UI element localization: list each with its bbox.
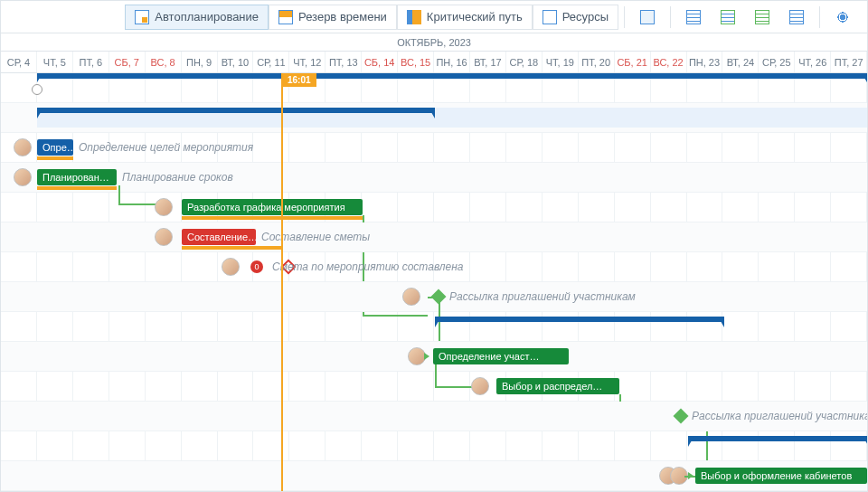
summary-row bbox=[1, 312, 867, 342]
task-bar[interactable]: Выбор и оформление кабинетов bbox=[695, 468, 867, 484]
day-cell[interactable]: ВТ, 17 bbox=[470, 52, 506, 72]
day-cell[interactable]: ЧТ, 5 bbox=[37, 52, 73, 72]
link bbox=[619, 394, 621, 402]
baseline bbox=[182, 246, 281, 250]
avatar[interactable] bbox=[471, 377, 489, 395]
day-cell[interactable]: ВТ, 10 bbox=[218, 52, 254, 72]
calendar-icon bbox=[721, 10, 735, 24]
zoom-1-button[interactable] bbox=[676, 5, 711, 30]
task-label: Рассылка приглашений участникам bbox=[692, 410, 867, 422]
auto-planning-button[interactable]: Автопланирование bbox=[125, 5, 269, 30]
filter-button[interactable] bbox=[630, 5, 665, 30]
day-cell[interactable]: СБ, 21 bbox=[615, 52, 651, 72]
day-scale: СР, 4ЧТ, 5ПТ, 6СБ, 7ВС, 8ПН, 9ВТ, 10СР, … bbox=[1, 52, 867, 73]
task-row: Выбор и оформление кабинетов bbox=[1, 461, 867, 491]
zoom-3-button[interactable] bbox=[745, 5, 779, 30]
task-row: 0 Смета по мероприятию составлена bbox=[1, 252, 867, 282]
avatar[interactable] bbox=[402, 288, 420, 306]
separator bbox=[819, 6, 820, 28]
day-cell[interactable]: ПТ, 27 bbox=[831, 52, 867, 72]
day-cell[interactable]: СБ, 7 bbox=[109, 52, 146, 72]
day-cell[interactable]: ПТ, 20 bbox=[579, 52, 615, 72]
task-bar[interactable]: Составление… bbox=[182, 229, 256, 245]
auto-label: Автопланирование bbox=[155, 10, 259, 24]
critical-path-button[interactable]: Критический путь bbox=[397, 5, 533, 30]
task-label: Рассылка приглашений участникам bbox=[449, 290, 636, 303]
task-label: Планирование сроков bbox=[122, 171, 233, 184]
resources-icon bbox=[542, 10, 557, 24]
task-row: Выбор и распредел… bbox=[1, 372, 867, 402]
baseline bbox=[37, 186, 117, 190]
day-cell[interactable]: ВС, 15 bbox=[398, 52, 434, 72]
avatar[interactable] bbox=[155, 198, 173, 216]
task-bar[interactable]: Разработка графика мероприятия bbox=[182, 199, 363, 215]
day-cell[interactable]: ПТ, 13 bbox=[326, 52, 362, 72]
summary-row bbox=[1, 103, 867, 133]
task-bar[interactable]: Опре… bbox=[37, 139, 73, 156]
task-row: Рассылка приглашений участникам bbox=[1, 402, 867, 431]
task-row: Рассылка приглашений участникам bbox=[1, 282, 867, 312]
auto-icon bbox=[135, 10, 149, 24]
warning-badge[interactable]: 0 bbox=[250, 260, 263, 273]
toolbar: Автопланирование Резерв времени Критичес… bbox=[1, 1, 867, 33]
phase-bar[interactable] bbox=[435, 317, 724, 322]
day-cell[interactable]: СБ, 14 bbox=[362, 52, 398, 72]
separator bbox=[624, 6, 625, 28]
day-cell[interactable]: ПН, 9 bbox=[182, 52, 218, 72]
task-bar[interactable]: Определение участ… bbox=[433, 348, 569, 364]
critical-icon bbox=[407, 10, 421, 24]
critical-label: Критический путь bbox=[427, 10, 523, 24]
day-cell[interactable]: ВТ, 24 bbox=[722, 52, 759, 72]
day-cell[interactable]: ВС, 22 bbox=[651, 52, 687, 72]
settings-button[interactable] bbox=[826, 5, 860, 30]
day-cell[interactable]: СР, 18 bbox=[506, 52, 542, 72]
phase-bar[interactable] bbox=[688, 436, 867, 441]
day-cell[interactable]: СР, 4 bbox=[1, 52, 37, 72]
task-label: Определение целей мероприятия bbox=[79, 141, 253, 154]
resources-label: Ресурсы bbox=[562, 10, 609, 24]
task-bar[interactable]: Планирован… bbox=[37, 169, 117, 185]
task-row: Составление… Составление сметы bbox=[1, 222, 867, 252]
month-header: ОКТЯБРЬ, 2023 bbox=[1, 33, 867, 52]
calendar-icon bbox=[686, 10, 701, 24]
settings-icon bbox=[835, 10, 850, 24]
slack-button[interactable]: Резерв времени bbox=[269, 5, 397, 30]
avatar[interactable] bbox=[408, 347, 426, 365]
day-cell[interactable]: ПТ, 6 bbox=[73, 52, 109, 72]
resources-button[interactable]: Ресурсы bbox=[533, 5, 618, 30]
calendar-icon bbox=[755, 10, 769, 24]
avatar[interactable] bbox=[14, 168, 32, 186]
task-row: Разработка графика мероприятия bbox=[1, 193, 867, 222]
link-arrow bbox=[424, 353, 429, 360]
baseline bbox=[37, 156, 73, 160]
task-row: Определение участ… bbox=[1, 342, 867, 372]
task-row: Планирован… Планирование сроков bbox=[1, 163, 867, 193]
zoom-4-button[interactable] bbox=[779, 5, 814, 30]
avatar[interactable] bbox=[155, 228, 173, 246]
rows: Опре… Определение целей мероприятия План… bbox=[1, 73, 867, 491]
day-cell[interactable]: ПН, 16 bbox=[434, 52, 470, 72]
now-indicator bbox=[281, 73, 283, 491]
hourglass-icon bbox=[278, 10, 293, 24]
avatar[interactable] bbox=[14, 138, 32, 156]
link bbox=[428, 297, 439, 298]
day-cell[interactable]: СР, 11 bbox=[253, 52, 289, 72]
day-cell[interactable]: СР, 25 bbox=[759, 52, 795, 72]
day-cell[interactable]: ЧТ, 19 bbox=[542, 52, 579, 72]
slack-label: Резерв времени bbox=[298, 10, 387, 24]
day-cell[interactable]: ВС, 8 bbox=[146, 52, 182, 72]
day-cell[interactable]: ЧТ, 26 bbox=[795, 52, 831, 72]
zoom-2-button[interactable] bbox=[711, 5, 745, 30]
phase-bar[interactable] bbox=[37, 108, 435, 113]
milestone-icon[interactable] bbox=[674, 409, 689, 424]
day-cell[interactable]: ЧТ, 12 bbox=[289, 52, 326, 72]
summary-row bbox=[1, 431, 867, 461]
avatar[interactable] bbox=[222, 258, 240, 276]
day-cell[interactable]: ПН, 23 bbox=[687, 52, 723, 72]
filter-icon bbox=[640, 10, 655, 24]
drag-handle[interactable] bbox=[32, 84, 42, 95]
summary-row bbox=[1, 73, 867, 103]
project-bar[interactable] bbox=[37, 73, 867, 79]
gantt-chart[interactable]: Опре… Определение целей мероприятия План… bbox=[1, 73, 867, 491]
task-bar[interactable]: Выбор и распредел… bbox=[496, 378, 619, 394]
